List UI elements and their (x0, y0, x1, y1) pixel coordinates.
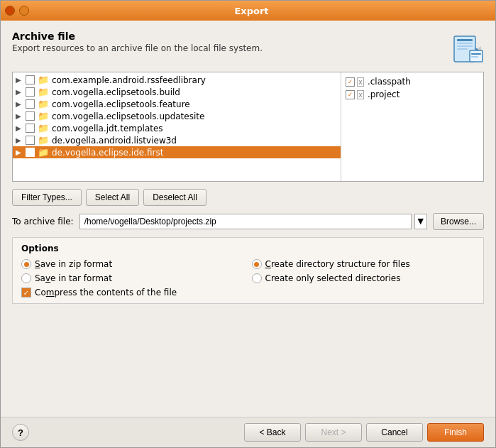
minimize-button[interactable] (19, 6, 29, 16)
main-content: Archive file Export resources to an arch… (1, 21, 495, 417)
header-text: Archive file Export resources to an arch… (12, 31, 263, 53)
tree-area: ▶ 📁 com.example.android.rssfeedlibrary ▶… (12, 72, 484, 182)
radio-dir-struct[interactable] (252, 259, 262, 269)
item-label: com.example.android.rssfeedlibrary (52, 75, 206, 85)
tree-item[interactable]: ▶ 📁 com.vogella.eclipsetools.feature (13, 98, 341, 110)
item-label: com.vogella.eclipsetools.feature (52, 99, 190, 109)
next-button[interactable]: Next > (305, 423, 362, 442)
tree-button-row: Filter Types... Select All Deselect All (12, 189, 484, 206)
options-grid: Save in zip format Create directory stru… (21, 259, 475, 297)
item-label: de.vogella.android.listview3d (52, 136, 177, 146)
option-zip[interactable]: Save in zip format (21, 259, 245, 269)
folder-icon: 📁 (38, 99, 49, 109)
expand-arrow: ▶ (16, 88, 24, 96)
tree-item[interactable]: ▶ 📁 com.vogella.eclipsetools.build (13, 86, 341, 98)
expand-arrow: ▶ (16, 100, 24, 108)
item-checkbox[interactable]: ✓ (26, 148, 35, 157)
option-zip-label: Save in zip format (35, 259, 112, 269)
cancel-button[interactable]: Cancel (366, 423, 423, 442)
footer-left: ? (12, 424, 29, 441)
folder-icon: 📁 (38, 87, 49, 97)
archive-path-input[interactable] (79, 214, 412, 229)
tree-item[interactable]: ▶ 📁 com.vogella.eclipsetools.updatesite (13, 110, 341, 122)
finish-button[interactable]: Finish (427, 423, 484, 442)
svg-rect-2 (457, 43, 473, 44)
close-button[interactable] (5, 6, 15, 16)
radio-selected-dirs[interactable] (252, 273, 262, 283)
option-tar-label: Save in tar format (35, 273, 112, 283)
header-section: Archive file Export resources to an arch… (12, 31, 484, 65)
item-checkbox[interactable] (26, 75, 35, 84)
archive-label: To archive file: (12, 217, 74, 226)
tree-item-selected[interactable]: ▶ ✓ 📁 de.vogella.eclipse.ide.first (13, 146, 341, 158)
file-item[interactable]: ✓ x .project (344, 88, 480, 101)
project-tree[interactable]: ▶ 📁 com.example.android.rssfeedlibrary ▶… (13, 72, 341, 181)
folder-icon: 📁 (38, 75, 49, 85)
item-checkbox[interactable] (26, 111, 35, 121)
select-all-button[interactable]: Select All (86, 189, 139, 206)
item-checkbox[interactable] (26, 136, 35, 145)
footer-right: < Back Next > Cancel Finish (244, 423, 484, 442)
folder-icon: 📁 (38, 147, 49, 158)
option-compress-label: Compress the contents of the file (35, 288, 177, 297)
radio-zip[interactable] (21, 259, 31, 269)
option-selected-dirs[interactable]: Create only selected directories (252, 273, 475, 283)
deselect-all-button[interactable]: Deselect All (143, 189, 206, 206)
browse-button[interactable]: Browse... (433, 213, 484, 230)
footer: ? < Back Next > Cancel Finish (1, 417, 495, 447)
option-dir-struct[interactable]: Create directory structure for files (252, 259, 475, 269)
file-checkbox[interactable]: ✓ (346, 90, 355, 99)
option-compress[interactable]: ✓ Compress the contents of the file (21, 288, 245, 297)
file-label: .classpath (368, 77, 411, 87)
item-checkbox[interactable] (26, 124, 35, 133)
archive-row: To archive file: ▼ Browse... (12, 213, 484, 230)
folder-icon: 📁 (38, 135, 49, 146)
checkbox-compress[interactable]: ✓ (21, 288, 31, 297)
file-type-badge: x (357, 77, 364, 87)
item-label: com.vogella.jdt.templates (52, 124, 163, 133)
item-checkbox[interactable] (26, 87, 35, 97)
expand-arrow: ▶ (16, 124, 24, 132)
file-label: .project (368, 89, 399, 99)
expand-arrow: ▶ (16, 112, 24, 120)
archive-input-wrap: ▼ (79, 214, 427, 229)
item-checkbox[interactable] (26, 99, 35, 109)
radio-tar[interactable] (21, 273, 31, 283)
svg-rect-7 (471, 56, 478, 58)
window-title: Export (33, 6, 470, 16)
svg-rect-4 (457, 48, 468, 50)
help-button[interactable]: ? (12, 424, 29, 441)
folder-icon: 📁 (38, 111, 49, 121)
option-tar[interactable]: Save in tar format (21, 273, 245, 283)
svg-rect-3 (457, 45, 473, 47)
tree-item[interactable]: ▶ 📁 com.vogella.jdt.templates (13, 122, 341, 134)
filter-types-button[interactable]: Filter Types... (12, 189, 82, 206)
expand-arrow: ▶ (16, 148, 24, 156)
file-pane: ✓ x .classpath ✓ x .project (341, 72, 483, 181)
page-description: Export resources to an archive file on t… (12, 43, 263, 53)
item-label: com.vogella.eclipsetools.build (52, 87, 180, 97)
option-dir-struct-label: Create directory structure for files (265, 259, 410, 269)
svg-rect-6 (471, 53, 481, 55)
item-label: com.vogella.eclipsetools.updatesite (52, 111, 204, 121)
file-checkbox[interactable]: ✓ (346, 77, 355, 87)
folder-icon: 📁 (38, 123, 49, 133)
titlebar: Export (1, 1, 495, 21)
file-type-badge: x (357, 90, 364, 99)
options-section: Options Save in zip format Create direct… (12, 237, 484, 304)
file-item[interactable]: ✓ x .classpath (344, 75, 480, 88)
archive-dropdown[interactable]: ▼ (414, 214, 427, 229)
expand-arrow: ▶ (16, 76, 24, 84)
options-title: Options (21, 244, 475, 253)
svg-rect-1 (457, 39, 473, 41)
expand-arrow: ▶ (16, 136, 24, 144)
archive-icon (450, 31, 484, 65)
tree-item[interactable]: ▶ 📁 de.vogella.android.listview3d (13, 134, 341, 146)
tree-item[interactable]: ▶ 📁 com.example.android.rssfeedlibrary (13, 74, 341, 86)
back-button[interactable]: < Back (244, 423, 301, 442)
option-selected-dirs-label: Create only selected directories (265, 273, 401, 283)
export-dialog: Export Archive file Export resources to … (0, 0, 496, 448)
item-label: de.vogella.eclipse.ide.first (52, 148, 163, 158)
page-title: Archive file (12, 31, 263, 42)
